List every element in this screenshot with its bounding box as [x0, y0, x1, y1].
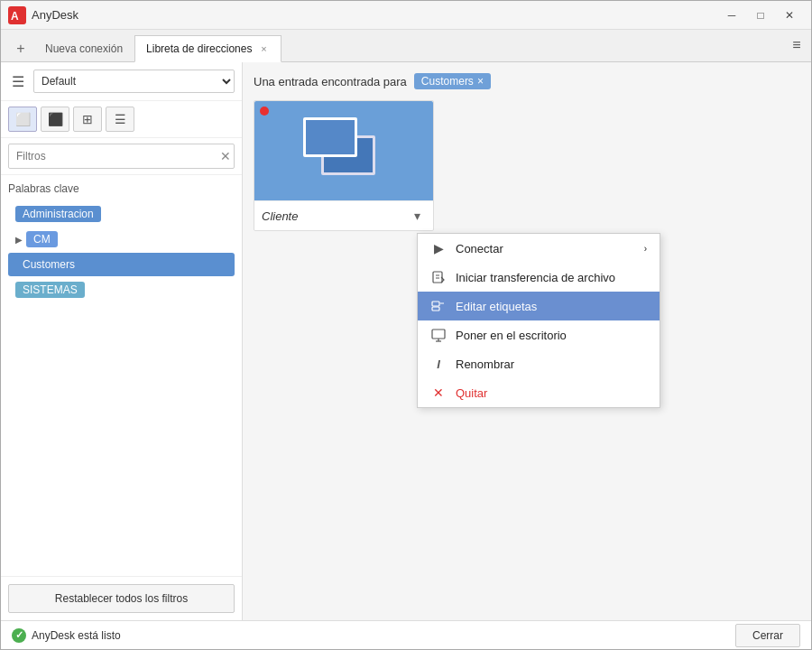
minimize-button[interactable]: ─ [717, 3, 746, 28]
filter-input[interactable] [8, 144, 235, 169]
keyword-tag-administracion[interactable]: Administracion [15, 206, 101, 222]
status-dot [260, 107, 269, 116]
keyword-tag-sistemas[interactable]: SISTEMAS [15, 282, 85, 298]
ctx-rename[interactable]: I Renombrar [418, 349, 660, 378]
keyword-item-administracion[interactable]: Administracion [8, 202, 235, 226]
status-icon: ✓ [12, 628, 26, 643]
ctx-edit-tags-label: Editar etiquetas [456, 300, 537, 313]
group-select[interactable]: Default [33, 70, 235, 93]
svg-rect-8 [432, 330, 445, 339]
entry-name: Cliente [262, 209, 298, 223]
filter-input-wrap: ✕ [8, 144, 235, 169]
view-list-button[interactable]: ☰ [106, 107, 134, 132]
ctx-edit-tags[interactable]: Editar etiquetas [418, 292, 660, 320]
maximize-button[interactable]: □ [746, 3, 775, 28]
tab-close-button[interactable]: × [257, 42, 270, 55]
ctx-connect[interactable]: ▶ Conectar › [418, 234, 660, 263]
titlebar: A AnyDesk ─ □ ✕ [1, 1, 811, 30]
ctx-desktop-label: Poner en el escritorio [456, 329, 567, 342]
tab-address-book[interactable]: Libreta de direcciones × [134, 35, 281, 62]
filter-clear-button[interactable]: ✕ [220, 149, 231, 163]
context-menu: ▶ Conectar › Iniciar transferencia de ar… [417, 233, 660, 408]
tab-address-book-label: Libreta de direcciones [146, 42, 252, 55]
content-area: Una entrada encontrada para Customers × [243, 62, 811, 620]
sidebar-menu-toggle[interactable]: ☰ [8, 71, 28, 92]
entry-card-cliente[interactable]: Cliente ▾ [254, 100, 434, 231]
sidebar-top: ☰ Default [1, 62, 242, 101]
filter-box: ✕ [1, 138, 242, 175]
svg-rect-2 [433, 272, 442, 283]
ctx-file-transfer[interactable]: Iniciar transferencia de archivo [418, 263, 660, 292]
keywords-list: Administracion ▶ CM Customers SISTEMAS [8, 202, 235, 302]
bottombar: ✓ AnyDesk está listo Cerrar [1, 620, 811, 649]
svg-text:A: A [11, 10, 19, 23]
ctx-remove-icon: ✕ [430, 385, 447, 401]
view-tiles-button[interactable]: ⬜ [8, 107, 37, 132]
window-close-button[interactable]: ✕ [775, 3, 804, 28]
reset-filters-button[interactable]: Restablecer todos los filtros [8, 584, 235, 613]
keyword-item-customers[interactable]: Customers [8, 253, 235, 276]
thumbnail-icon [312, 126, 375, 175]
ctx-connect-arrow: › [644, 244, 647, 254]
ctx-edit-tags-icon [430, 298, 447, 314]
close-button[interactable]: Cerrar [735, 624, 800, 647]
entry-menu-button[interactable]: ▾ [408, 207, 426, 225]
ctx-remove[interactable]: ✕ Quitar [418, 378, 660, 407]
expand-cm-icon: ▶ [15, 235, 23, 245]
view-grid-button[interactable]: ⊞ [73, 107, 102, 132]
sidebar: ☰ Default ⬜ ⬛ ⊞ ☰ [1, 62, 243, 620]
status-text: AnyDesk está listo [32, 629, 121, 642]
view-grid-icon: ⊞ [82, 112, 93, 126]
ctx-desktop-icon [430, 327, 447, 343]
add-tab-button[interactable]: + [8, 36, 33, 61]
status-left: ✓ AnyDesk está listo [12, 628, 121, 643]
titlebar-controls: ─ □ ✕ [717, 3, 804, 28]
keyword-tag-customers[interactable]: Customers [15, 256, 82, 273]
entry-thumbnail [254, 101, 433, 200]
tab-new-connection-label: Nueva conexión [45, 42, 123, 55]
keyword-tag-cm[interactable]: CM [26, 231, 58, 247]
keywords-title: Palabras clave [8, 182, 235, 195]
filter-chip-close-button[interactable]: × [477, 75, 484, 88]
ctx-rename-icon: I [430, 356, 447, 372]
ctx-remove-label: Quitar [456, 386, 487, 400]
ctx-connect-label: Conectar [456, 242, 503, 255]
anydesk-logo-icon: A [8, 6, 26, 24]
entry-footer: Cliente ▾ [254, 200, 433, 230]
view-compact-icon: ⬛ [48, 112, 63, 126]
ctx-connect-icon: ▶ [430, 240, 447, 256]
tab-new-connection[interactable]: Nueva conexión [33, 34, 134, 61]
search-result-bar: Una entrada encontrada para Customers × [254, 73, 800, 89]
titlebar-left: A AnyDesk [8, 6, 78, 24]
filter-chip-label: Customers [421, 75, 474, 88]
tabbar: + Nueva conexión Libreta de direcciones … [1, 30, 811, 62]
filter-chip: Customers × [414, 73, 491, 89]
sidebar-footer: Restablecer todos los filtros [1, 576, 242, 620]
view-compact-button[interactable]: ⬛ [41, 107, 69, 132]
view-list-icon: ☰ [115, 112, 126, 126]
keyword-item-cm[interactable]: ▶ CM [8, 228, 235, 251]
ctx-file-transfer-icon [430, 269, 447, 285]
ctx-desktop[interactable]: Poner en el escritorio [418, 320, 660, 349]
svg-rect-6 [432, 307, 439, 311]
app-title: AnyDesk [32, 8, 78, 22]
keyword-item-sistemas[interactable]: SISTEMAS [8, 278, 235, 302]
hamburger-button[interactable]: ≡ [782, 29, 811, 61]
content-grid: Cliente ▾ [254, 100, 800, 231]
main-body: ☰ Default ⬜ ⬛ ⊞ ☰ [1, 62, 811, 620]
screen-icon-back [303, 117, 357, 157]
ctx-file-transfer-label: Iniciar transferencia de archivo [456, 271, 615, 284]
ctx-rename-label: Renombrar [456, 358, 514, 371]
svg-rect-5 [432, 302, 439, 306]
view-buttons: ⬜ ⬛ ⊞ ☰ [1, 101, 242, 138]
search-result-text: Una entrada encontrada para [254, 75, 407, 88]
keywords-section: Palabras clave Administracion ▶ CM Custo… [1, 175, 242, 576]
view-tiles-icon: ⬜ [15, 112, 31, 126]
